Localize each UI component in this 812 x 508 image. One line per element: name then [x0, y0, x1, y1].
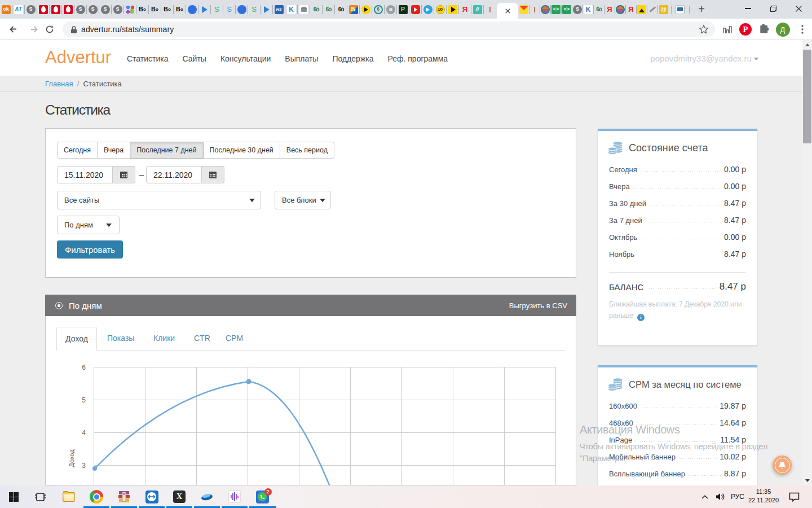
svg-text:5: 5 [82, 396, 86, 404]
svg-text:4: 4 [82, 429, 86, 437]
svg-text:6: 6 [82, 364, 86, 371]
svg-text:Доход: Доход [68, 449, 75, 467]
svg-text:3: 3 [82, 462, 86, 470]
